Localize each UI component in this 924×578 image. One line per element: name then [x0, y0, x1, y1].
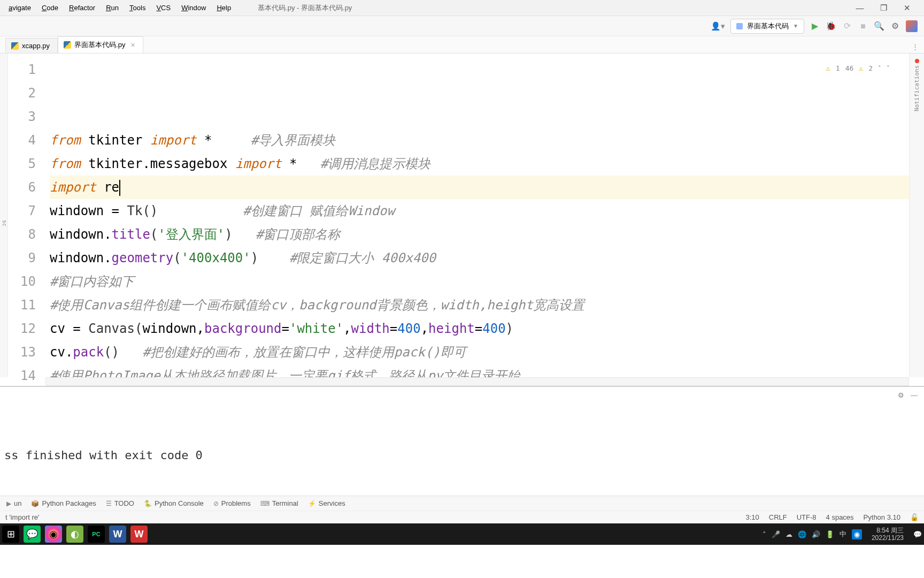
run-output[interactable]: ss finished with exit code 0 — [0, 403, 924, 496]
tray-security-icon[interactable]: ◉ — [852, 529, 862, 539]
tool-services[interactable]: ⚡Services — [308, 499, 345, 507]
menu-run[interactable]: Run — [101, 2, 124, 14]
line-separator[interactable]: CRLF — [769, 513, 787, 521]
problems-icon: ⊘ — [213, 500, 219, 507]
project-path-label: 基本代码.py - 界面基本代码.py — [258, 3, 352, 13]
code-with-me-icon[interactable] — [906, 20, 918, 32]
tool-services-label: Services — [319, 499, 345, 507]
run-icon[interactable]: ▶ — [810, 21, 820, 31]
text-cursor — [119, 180, 120, 196]
tool-terminal[interactable]: ⌨Terminal — [260, 499, 298, 507]
caret-position[interactable]: 3:10 — [745, 513, 759, 521]
tool-run-label: un — [14, 499, 21, 507]
code-line[interactable]: #使用PhotoImage从本地路径加载图片，一定要gif格式，路径从py文件目… — [50, 364, 909, 377]
tray-mic-icon[interactable]: 🎤 — [772, 530, 780, 538]
user-icon[interactable]: 👤▾ — [711, 21, 725, 31]
taskbar-wps-icon[interactable]: W — [130, 526, 148, 543]
tabs-more-icon[interactable]: ⋮ — [906, 41, 924, 53]
menu-vcs[interactable]: VCS — [151, 2, 176, 14]
taskbar-word-icon[interactable]: W — [109, 526, 126, 543]
stop-icon[interactable]: ■ — [858, 21, 868, 31]
status-hint: t 'import re' — [5, 513, 39, 521]
run-config-label: 界面基本代码 — [747, 21, 789, 31]
code-line[interactable]: cv = Canvas(windown,background='white',w… — [50, 317, 909, 340]
inspection-count: 46 — [845, 57, 854, 80]
menu-help[interactable]: Help — [211, 2, 236, 14]
horizontal-scrollbar[interactable] — [45, 377, 909, 386]
tool-problems[interactable]: ⊘Problems — [213, 499, 251, 507]
maximize-button[interactable]: ❐ — [877, 3, 890, 13]
run-settings-icon[interactable]: ⚙ — [898, 391, 904, 399]
run-hide-icon[interactable]: — — [911, 391, 918, 399]
warning-count-1: 1 — [836, 57, 840, 80]
taskbar-clock[interactable]: 8:54 周三 2022/11/23 — [867, 527, 908, 542]
python-interpreter[interactable]: Python 3.10 — [864, 513, 900, 521]
taskbar-app-green-icon[interactable]: ◐ — [66, 526, 83, 543]
menu-navigate[interactable]: avigate — [3, 2, 36, 14]
window-controls: — ❐ ✕ — [853, 3, 921, 13]
debug-icon[interactable]: 🐞 — [826, 21, 836, 31]
weak-warning-icon: ⚠ — [859, 57, 863, 80]
code-line[interactable]: #窗口内容如下 — [50, 270, 909, 293]
tab-界面基本代码[interactable]: 界面基本代码.py ✕ — [58, 36, 143, 53]
code-line[interactable]: windown = Tk() #创建窗口 赋值给Window — [50, 199, 909, 223]
taskbar-pycharm-icon[interactable]: PC — [88, 526, 105, 543]
close-button[interactable]: ✕ — [900, 3, 913, 13]
chevron-down-icon[interactable]: ˅ — [887, 57, 890, 80]
indent-info[interactable]: 4 spaces — [826, 513, 854, 521]
taskbar-browser-icon[interactable]: ◉ — [45, 526, 62, 543]
settings-icon[interactable]: ⚙ — [890, 21, 900, 31]
code-line[interactable]: cv.pack() #把创建好的画布，放置在窗口中，这样使用pack()即可 — [50, 340, 909, 364]
tool-run[interactable]: ▶un — [6, 499, 21, 507]
tool-python-console[interactable]: 🐍Python Console — [144, 499, 204, 507]
tray-volume-icon[interactable]: 🔊 — [812, 530, 820, 538]
tray-battery-icon[interactable]: 🔋 — [826, 530, 834, 538]
close-tab-icon[interactable]: ✕ — [130, 42, 135, 49]
menu-window[interactable]: Window — [176, 2, 211, 14]
code-line[interactable]: #使用Canvas组件创建一个画布赋值给cv，background背景颜色，wi… — [50, 293, 909, 317]
console-icon: 🐍 — [144, 500, 152, 507]
bottom-tool-buttons: ▶un 📦Python Packages ☰TODO 🐍Python Conso… — [0, 496, 924, 511]
menu-tools[interactable]: Tools — [124, 2, 151, 14]
taskbar-start-icon[interactable]: ⊞ — [2, 526, 19, 543]
inspection-widget[interactable]: ⚠ 1 46 ⚠ 2 ˄ ˅ — [823, 56, 893, 81]
action-center-icon[interactable]: 💬 — [913, 530, 922, 538]
run-tool-window: ⚙ — ss finished with exit code 0 — [0, 386, 924, 496]
coverage-icon[interactable]: ⟳ — [842, 21, 852, 31]
code-line[interactable]: windown.title('登入界面') #窗口顶部名称 — [50, 223, 909, 246]
taskbar-wechat-icon[interactable]: 💬 — [24, 526, 41, 543]
tray-chevron-icon[interactable]: ˄ — [763, 530, 766, 538]
tray-network-icon[interactable]: 🌐 — [798, 530, 806, 538]
file-encoding[interactable]: UTF-8 — [797, 513, 817, 521]
windows-taskbar: ⊞ 💬 ◉ ◐ PC W W ˄ 🎤 ☁ 🌐 🔊 🔋 中 ◉ 8:54 周三 2… — [0, 523, 924, 545]
code-line[interactable]: windown.geometry('400x400') #限定窗口大小 400x… — [50, 246, 909, 270]
search-icon[interactable]: 🔍 — [874, 21, 884, 31]
code-editor[interactable]: ⚠ 1 46 ⚠ 2 ˄ ˅ from tkinter import * #导入… — [45, 54, 909, 377]
python-file-icon — [11, 42, 19, 50]
tab-xcapp[interactable]: xcapp.py — [5, 38, 58, 53]
notifications-button[interactable]: Notifications — [913, 65, 920, 111]
tool-python-packages-label: Python Packages — [42, 499, 96, 507]
weak-warning-count: 2 — [868, 57, 873, 80]
config-icon — [736, 23, 743, 29]
readonly-lock-icon[interactable]: 🔓 — [910, 513, 919, 521]
chevron-down-icon: ▼ — [793, 23, 798, 29]
menu-code[interactable]: Code — [36, 2, 64, 14]
line-number-gutter[interactable]: 1234567891011121314 — [8, 54, 45, 377]
code-line[interactable]: from tkinter.messagebox import * #调用消息提示… — [50, 152, 909, 176]
tray-onedrive-icon[interactable]: ☁ — [786, 530, 792, 538]
editor-area: sc 1234567891011121314 ⚠ 1 46 ⚠ 2 ˄ ˅ fr… — [0, 54, 924, 377]
minimize-button[interactable]: — — [853, 3, 866, 13]
chevron-up-icon[interactable]: ˄ — [878, 57, 881, 80]
tray-ime-icon[interactable]: 中 — [840, 529, 846, 539]
tab-label: xcapp.py — [22, 42, 50, 50]
left-tool-strip[interactable]: sc — [0, 54, 8, 377]
code-line[interactable]: from tkinter import * #导入界面模块 — [50, 128, 909, 152]
tool-python-console-label: Python Console — [155, 499, 204, 507]
tool-python-packages[interactable]: 📦Python Packages — [31, 499, 96, 507]
menu-refactor[interactable]: Refactor — [64, 2, 101, 14]
tool-todo[interactable]: ☰TODO — [106, 499, 134, 507]
main-menu: avigate Code Refactor Run Tools VCS Wind… — [3, 2, 236, 14]
code-line[interactable]: import re — [50, 176, 909, 199]
run-configuration-selector[interactable]: 界面基本代码 ▼ — [730, 19, 804, 34]
